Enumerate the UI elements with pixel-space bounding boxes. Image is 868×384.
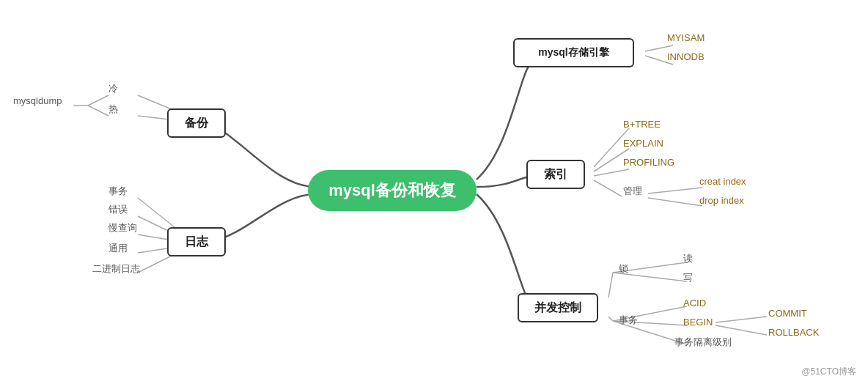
leaf-tx-isolation: 事务隔离级别 [674, 336, 732, 349]
index-node: 索引 [526, 160, 585, 189]
mindmap-canvas: mysql备份和恢复 备份 冷 热 mysqldump 日志 事务 错误 慢查询… [0, 0, 868, 384]
leaf-innodb: INNODB [667, 51, 705, 62]
leaf-binary-log: 二进制日志 [92, 262, 140, 276]
leaf-cuowu: 错误 [108, 203, 128, 216]
svg-line-26 [716, 325, 767, 335]
storage-node: mysql存储引擎 [513, 38, 634, 67]
leaf-creat-index: creat index [699, 176, 746, 187]
svg-line-18 [608, 273, 613, 298]
leaf-rollback: ROLLBACK [768, 327, 819, 338]
leaf-commit: COMMIT [768, 308, 807, 319]
svg-line-2 [88, 95, 108, 106]
leaf-tx: 事务 [619, 314, 638, 327]
svg-line-25 [716, 317, 767, 322]
leaf-manchaxun: 慢查询 [108, 221, 137, 235]
leaf-btree: B+TREE [623, 119, 661, 130]
leaf-myisam: MYISAM [667, 32, 705, 43]
leaf-hot: 热 [108, 103, 118, 116]
leaf-begin: BEGIN [683, 317, 713, 328]
leaf-profiling: PROFILING [623, 157, 674, 168]
svg-line-21 [608, 317, 613, 321]
leaf-write: 写 [683, 271, 693, 284]
log-node: 日志 [167, 227, 226, 256]
leaf-read: 读 [683, 252, 693, 265]
leaf-mysqldump: mysqldump [13, 95, 62, 106]
svg-line-17 [648, 198, 702, 206]
leaf-drop-index: drop index [699, 195, 744, 206]
leaf-guanli: 管理 [623, 185, 642, 198]
backup-node: 备份 [167, 108, 226, 138]
leaf-acid: ACID [683, 298, 706, 309]
leaf-lock: 锁 [619, 262, 628, 276]
leaf-explain: EXPLAIN [623, 138, 663, 149]
center-node: mysql备份和恢复 [308, 170, 477, 211]
leaf-tongyong: 通用 [108, 242, 128, 255]
leaf-shiwu: 事务 [108, 185, 128, 198]
concurrency-node: 并发控制 [518, 293, 598, 322]
svg-line-3 [88, 106, 108, 116]
svg-line-16 [648, 188, 702, 193]
svg-line-15 [594, 180, 622, 196]
watermark: @51CTO博客 [801, 366, 856, 378]
svg-line-14 [594, 169, 629, 176]
leaf-cold: 冷 [108, 82, 118, 95]
svg-line-10 [645, 45, 673, 51]
